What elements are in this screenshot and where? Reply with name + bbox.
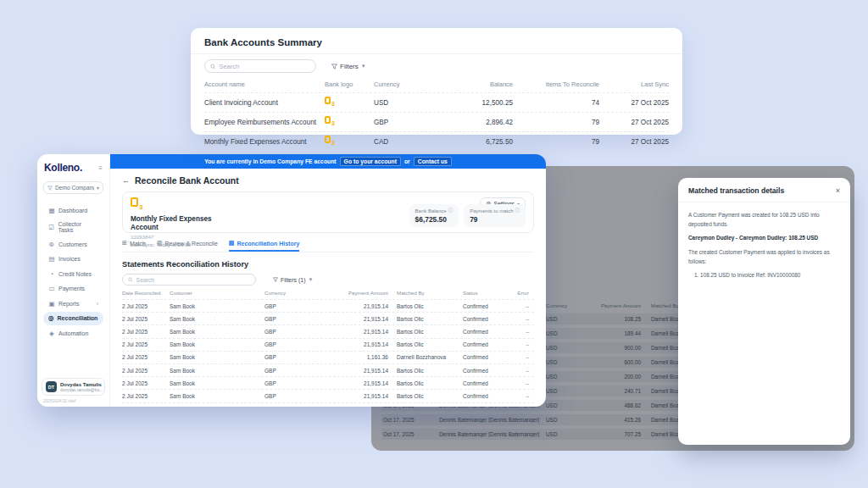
sidebar-item[interactable]: ☑ Collector Tasks	[43, 219, 103, 236]
search-input[interactable]	[219, 63, 310, 70]
history-row[interactable]: 2 Jul 2025 Sam Book GBP 1,161.36 Darnell…	[122, 352, 534, 364]
column-header: Currency	[374, 80, 438, 88]
column-header: Account name	[204, 80, 325, 88]
sidebar: Kolleno. ≡ Demo Company FE ▾ ▦ Dashboard…	[37, 154, 110, 407]
cell-currency: GBP	[264, 354, 334, 360]
cell-customer: Sam Book	[170, 341, 264, 347]
bank-accounts-summary-card: Bank Accounts Summary Filters ▼ Account …	[191, 28, 682, 135]
nav-item-icon: ◎	[48, 314, 54, 322]
go-to-account-button[interactable]: Go to your account	[340, 157, 401, 166]
cell-payment-amount: 21,915.14	[334, 329, 388, 335]
hamburger-menu-icon[interactable]: ≡	[98, 164, 103, 172]
cell-matched-by: Bartos Olic	[388, 368, 463, 374]
cell-matched-by: Bartos Olic	[388, 393, 463, 399]
cell-currency: GBP	[264, 368, 334, 374]
sidebar-item[interactable]: ⊚ Customers	[43, 237, 103, 251]
cell-status: Confirmed	[463, 380, 514, 386]
search-icon	[128, 277, 133, 282]
cell-matched-by: Bartos Olic	[388, 303, 463, 309]
cell-status: Confirmed	[463, 354, 514, 360]
sidebar-item[interactable]: ▭ Payments	[43, 282, 103, 296]
history-row[interactable]: 2 Jul 2025 Sam Book GBP 21,915.14 Bartos…	[122, 390, 534, 402]
chevron-right-icon: ›	[97, 301, 98, 307]
account-row[interactable]: Employee Reimbursements Account 3 GBP 2,…	[204, 113, 669, 132]
account-name: Monthly Fixed Expenses Account	[131, 215, 234, 233]
cell-payment-amount: 21,915.14	[334, 316, 388, 322]
cell-payment-amount: 21,915.14	[334, 303, 388, 309]
cell-payment-amount: 1,161.36	[334, 354, 388, 360]
cell-date-reconciled: 2 Jul 2025	[122, 341, 170, 347]
nav-item-icon: ◈	[48, 330, 55, 337]
cell-currency: GBP	[264, 380, 334, 386]
company-select[interactable]: Demo Company FE ▾	[43, 181, 103, 194]
bank-balance-value: $6,725.50	[415, 215, 453, 224]
nav-item-icon: ▤	[48, 255, 55, 263]
cell-currency: GBP	[264, 329, 334, 335]
kolleno-logo: Kolleno.	[44, 162, 82, 174]
tab-icon: ⊞	[122, 240, 127, 247]
cell-account-name: Employee Reimbursements Account	[204, 119, 325, 126]
detail-line: The created Customer Payment was applied…	[688, 247, 840, 266]
filters-dropdown[interactable]: Filters ▼	[331, 63, 366, 70]
sidebar-item[interactable]: ▣ Reports ›	[43, 297, 103, 310]
cell-customer: Sam Book	[170, 354, 264, 360]
history-row[interactable]: 2 Jul 2025 Sam Book GBP 21,915.14 Bartos…	[122, 377, 534, 390]
payments-to-match-stat: Payments to matchⓘ 79	[464, 204, 526, 227]
back-arrow-icon[interactable]: ←	[122, 176, 130, 185]
sidebar-item[interactable]: ◎ Reconciliation	[43, 312, 103, 325]
cell-status: Confirmed	[463, 368, 514, 374]
column-header: Balance	[438, 80, 513, 88]
reconciliation-history-section: Statements Reconciliation History Filter…	[110, 252, 546, 407]
history-filters-dropdown[interactable]: Filters (1) ▼	[273, 277, 314, 283]
account-row[interactable]: Monthly Fixed Expenses Account 3 CAD 6,7…	[204, 132, 669, 152]
nav-item-icon: ▦	[48, 207, 55, 214]
history-row[interactable]: 2 Jul 2025 Sam Book GBP 21,915.14 Bartos…	[122, 325, 534, 338]
close-icon[interactable]: ×	[836, 186, 840, 195]
cell-status: Confirmed	[463, 316, 514, 322]
contact-us-button[interactable]: Contact us	[414, 157, 452, 166]
pagination-next[interactable]	[515, 407, 527, 408]
cell-customer: Sam Book	[170, 380, 264, 386]
cell-error: –	[514, 380, 534, 386]
sidebar-item[interactable]: ▤ Invoices	[43, 252, 103, 266]
pagination-previous[interactable]	[338, 407, 350, 408]
cell-last-sync: 27 Oct 2025	[599, 99, 669, 107]
cell-customer: Sam Book	[170, 303, 264, 309]
sidebar-item[interactable]: ▦ Dashboard	[43, 203, 103, 217]
filters-label: Filters	[340, 63, 359, 70]
search-input-wrapper	[204, 59, 316, 73]
payments-to-match-value: 79	[470, 215, 520, 224]
history-search-input[interactable]	[136, 277, 250, 283]
sidebar-item[interactable]: ◈ Automation	[43, 326, 103, 340]
bank-balance-stat: Bank Balanceⓘ $6,725.50	[409, 204, 459, 227]
cell-date-reconciled: 2 Jul 2025	[122, 329, 170, 335]
cell-status: Confirmed	[463, 303, 514, 309]
chevron-down-icon: ▾	[97, 185, 99, 191]
filters-label: Filters (1)	[281, 277, 306, 283]
cell-customer: Sam Book	[170, 316, 264, 322]
history-row[interactable]: 2 Jul 2025 Sam Book GBP 21,915.14 Bartos…	[122, 300, 534, 313]
sidebar-item-label: Reports	[58, 301, 80, 307]
table-header: Account name Bank logo Currency Balance …	[204, 77, 669, 93]
account-row[interactable]: Client Invoicing Account 3 USD 12,500.25…	[204, 93, 669, 113]
bank-balance-label: Bank Balance	[415, 208, 447, 214]
info-icon: ⓘ	[448, 208, 453, 214]
banner-or-text: or	[404, 158, 410, 164]
search-icon	[210, 64, 215, 69]
section-title: Statements Reconciliation History	[122, 260, 534, 269]
history-row[interactable]: 2 Jul 2025 Sam Book GBP 21,915.14 Bartos…	[122, 313, 534, 325]
build-version: 20251024.02 vdef	[43, 399, 75, 403]
detail-payer-line: Careymon Dudley - Careymon Dudley: 108.2…	[688, 233, 840, 242]
cell-date-reconciled: 2 Jul 2025	[122, 368, 170, 374]
account-id: 10293847	[131, 234, 526, 240]
history-row[interactable]: 2 Jul 2025 Sam Book GBP 21,915.14 Bartos…	[122, 364, 534, 377]
cell-matched-by: Bartos Olic	[388, 316, 463, 322]
main-content: You are currently in Demo Company FE acc…	[110, 154, 546, 407]
history-row[interactable]: 2 Jul 2025 Sam Book GBP 21,915.14 Bartos…	[122, 339, 534, 352]
sidebar-item[interactable]: ◔ Credit Notes	[43, 267, 103, 280]
user-name: Dovydas Tamulis	[60, 382, 104, 387]
column-header: Date Reconciled	[122, 290, 170, 296]
sidebar-item-label: Credit Notes	[58, 271, 92, 277]
bank-logo-cell: 3	[325, 136, 374, 148]
user-profile[interactable]: DT Dovydas Tamulis dovydas.tamulis@kolle…	[42, 378, 105, 396]
